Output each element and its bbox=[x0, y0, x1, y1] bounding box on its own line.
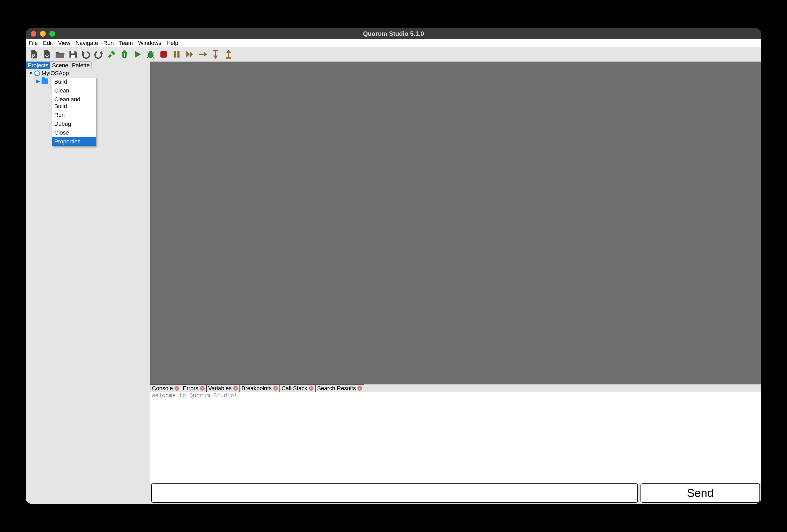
cm-run[interactable]: Run bbox=[52, 111, 96, 120]
tab-errors-label: Errors bbox=[183, 385, 198, 392]
svg-rect-2 bbox=[71, 51, 75, 54]
tab-palette[interactable]: Palette bbox=[70, 62, 92, 69]
tab-breakpoints[interactable]: Breakpoints× bbox=[240, 384, 280, 392]
menu-team[interactable]: Team bbox=[118, 40, 134, 46]
continue-icon[interactable] bbox=[184, 48, 195, 60]
close-icon[interactable]: × bbox=[200, 386, 205, 391]
left-panel: Projects Scene Palette ▼ MyiOSApp ▶ bbox=[26, 62, 150, 504]
cm-clean[interactable]: Clean bbox=[52, 86, 96, 95]
step-into-icon[interactable] bbox=[210, 48, 221, 60]
tab-console[interactable]: Console× bbox=[150, 384, 181, 392]
tree-root-row[interactable]: ▼ MyiOSApp bbox=[26, 69, 150, 77]
redo-icon[interactable] bbox=[93, 48, 104, 60]
clean-build-icon[interactable] bbox=[119, 48, 130, 60]
svg-rect-7 bbox=[177, 51, 179, 58]
main-area: Projects Scene Palette ▼ MyiOSApp ▶ bbox=[26, 62, 761, 504]
input-row: Send bbox=[150, 483, 761, 504]
build-icon[interactable] bbox=[106, 48, 118, 60]
menu-help[interactable]: Help bbox=[166, 40, 179, 46]
menu-file[interactable]: File bbox=[27, 40, 39, 46]
tab-errors[interactable]: Errors× bbox=[181, 384, 207, 392]
context-menu: Build Clean Clean and Build Run Debug Cl… bbox=[52, 77, 96, 146]
cm-properties[interactable]: Properties bbox=[52, 137, 96, 146]
debug-icon[interactable] bbox=[145, 48, 156, 60]
window-title: Quorum Studio 5.1.0 bbox=[26, 30, 761, 37]
tab-variables-label: Variables bbox=[208, 385, 232, 392]
menu-windows[interactable]: Windows bbox=[137, 40, 162, 46]
cm-debug[interactable]: Debug bbox=[52, 120, 96, 128]
close-icon[interactable]: × bbox=[174, 386, 179, 391]
quorum-project-icon bbox=[34, 70, 41, 77]
close-icon[interactable]: × bbox=[273, 386, 278, 391]
tab-variables[interactable]: Variables× bbox=[207, 384, 240, 392]
expand-arrow-icon[interactable]: ▶ bbox=[36, 78, 41, 84]
menu-edit[interactable]: Edit bbox=[42, 40, 54, 46]
tab-projects[interactable]: Projects bbox=[26, 62, 50, 69]
tree-root-label: MyiOSApp bbox=[42, 70, 69, 77]
editor-area[interactable] bbox=[150, 62, 761, 384]
toolbar: P <> bbox=[26, 47, 761, 62]
tab-breakpoints-label: Breakpoints bbox=[241, 385, 272, 392]
console-output[interactable]: Welcome to Quorum Studio! bbox=[150, 392, 761, 483]
step-over-icon[interactable] bbox=[197, 48, 208, 60]
send-button[interactable]: Send bbox=[640, 484, 760, 503]
folder-icon bbox=[42, 79, 48, 84]
open-icon[interactable] bbox=[54, 48, 65, 60]
tab-scene[interactable]: Scene bbox=[50, 62, 70, 69]
menu-view[interactable]: View bbox=[57, 40, 71, 46]
pause-icon[interactable] bbox=[171, 48, 182, 60]
tab-searchresults[interactable]: Search Results× bbox=[315, 384, 364, 392]
stop-icon[interactable] bbox=[158, 48, 169, 60]
tab-console-label: Console bbox=[152, 385, 173, 392]
close-icon[interactable]: × bbox=[357, 386, 362, 391]
expand-arrow-icon[interactable]: ▼ bbox=[28, 71, 33, 76]
cm-clean-build[interactable]: Clean and Build bbox=[52, 95, 96, 111]
close-icon[interactable]: × bbox=[233, 386, 238, 391]
tab-searchresults-label: Search Results bbox=[317, 385, 356, 392]
cm-close[interactable]: Close bbox=[52, 128, 96, 137]
titlebar: Quorum Studio 5.1.0 bbox=[26, 28, 761, 39]
console-input[interactable] bbox=[151, 484, 638, 503]
svg-rect-3 bbox=[71, 55, 75, 59]
bottom-tabs: Console× Errors× Variables× Breakpoints×… bbox=[150, 384, 761, 392]
menu-navigate[interactable]: Navigate bbox=[75, 40, 99, 46]
new-project-icon[interactable]: P bbox=[28, 48, 40, 60]
tab-callstack-label: Call Stack bbox=[281, 385, 307, 392]
svg-text:P: P bbox=[32, 54, 35, 59]
svg-rect-6 bbox=[174, 51, 176, 58]
cm-build[interactable]: Build bbox=[52, 78, 96, 86]
new-file-icon[interactable]: <> bbox=[41, 48, 52, 60]
right-panel: Console× Errors× Variables× Breakpoints×… bbox=[150, 62, 761, 504]
svg-rect-5 bbox=[160, 51, 167, 58]
menu-run[interactable]: Run bbox=[102, 40, 115, 46]
close-icon[interactable]: × bbox=[309, 386, 314, 391]
undo-icon[interactable] bbox=[80, 48, 91, 60]
save-icon[interactable] bbox=[67, 48, 79, 60]
app-window: Quorum Studio 5.1.0 File Edit View Navig… bbox=[26, 28, 761, 504]
project-tree[interactable]: ▼ MyiOSApp ▶ Build Clean Clean and Build… bbox=[26, 69, 150, 504]
menu-bar: File Edit View Navigate Run Team Windows… bbox=[26, 39, 761, 47]
tab-callstack[interactable]: Call Stack× bbox=[280, 384, 315, 392]
run-icon[interactable] bbox=[132, 48, 143, 60]
svg-text:<>: <> bbox=[45, 54, 49, 58]
step-out-icon[interactable] bbox=[223, 48, 234, 60]
left-tabs: Projects Scene Palette bbox=[26, 62, 150, 69]
